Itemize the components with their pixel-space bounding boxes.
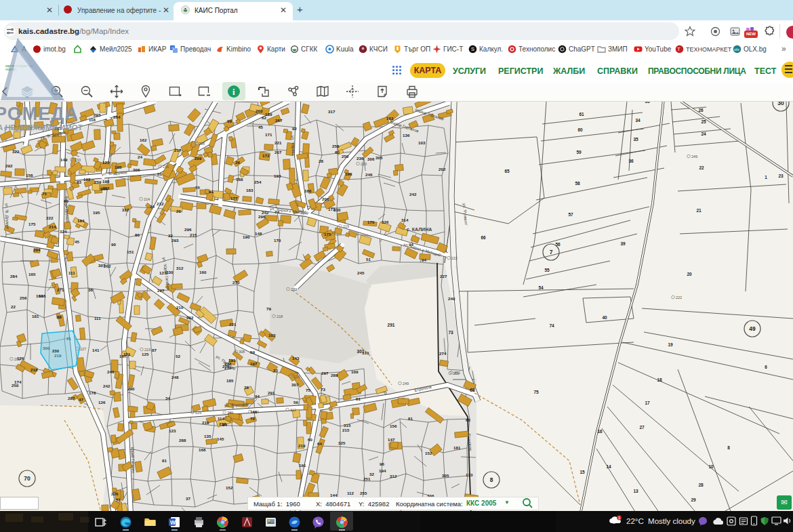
svg-text:214: 214	[144, 197, 150, 201]
svg-text:178: 178	[89, 390, 96, 395]
svg-text:РОМЕДА: РОМЕДА	[0, 104, 79, 124]
svg-text:209: 209	[195, 156, 202, 161]
svg-text:251: 251	[363, 476, 371, 481]
svg-text:i: i	[232, 87, 235, 97]
svg-text:246: 246	[365, 172, 373, 177]
svg-text:297: 297	[321, 371, 329, 375]
svg-text:152: 152	[226, 485, 233, 490]
svg-text:34: 34	[165, 396, 170, 401]
svg-text:94: 94	[422, 258, 426, 262]
svg-text:183: 183	[246, 188, 253, 192]
svg-text:28: 28	[698, 483, 704, 487]
svg-text:79: 79	[266, 306, 271, 311]
svg-text:195: 195	[93, 210, 100, 215]
svg-text:210: 210	[202, 420, 209, 425]
svg-text:249: 249	[403, 382, 409, 386]
svg-text:242: 242	[409, 192, 417, 197]
svg-text:103: 103	[268, 333, 276, 337]
svg-text:292: 292	[5, 163, 13, 168]
svg-text:160: 160	[36, 293, 43, 298]
svg-text:291: 291	[388, 323, 395, 327]
svg-text:59: 59	[250, 350, 255, 354]
svg-text:287: 287	[68, 396, 75, 401]
svg-text:51: 51	[116, 497, 121, 502]
svg-text:143: 143	[292, 356, 300, 361]
svg-text:222: 222	[676, 295, 682, 300]
svg-text:230: 230	[52, 349, 60, 353]
svg-text:G: G	[171, 46, 174, 50]
svg-text:302: 302	[186, 315, 194, 320]
svg-text:196: 196	[345, 171, 352, 176]
svg-text:59: 59	[576, 150, 582, 155]
svg-text:149: 149	[60, 157, 68, 162]
svg-text:73: 73	[448, 330, 453, 335]
svg-text:248: 248	[171, 375, 179, 380]
svg-text:33: 33	[77, 180, 81, 184]
svg-text:34: 34	[635, 118, 640, 123]
svg-text:191: 191	[299, 463, 306, 468]
svg-text:49: 49	[749, 325, 756, 332]
svg-text:57: 57	[568, 212, 573, 217]
svg-text:260: 260	[256, 108, 263, 113]
svg-text:296: 296	[258, 214, 266, 219]
svg-text:21: 21	[696, 208, 702, 213]
svg-text:73: 73	[321, 387, 325, 392]
svg-text:40: 40	[602, 315, 607, 320]
svg-text:ул. 'Карава': ул. 'Карава'	[291, 136, 296, 157]
svg-text:202: 202	[439, 167, 446, 171]
svg-text:37: 37	[186, 496, 190, 501]
svg-text:220: 220	[361, 162, 367, 166]
svg-text:51: 51	[366, 257, 371, 262]
svg-text:312: 312	[176, 266, 184, 270]
svg-text:133: 133	[466, 472, 473, 477]
svg-text:219: 219	[343, 224, 349, 228]
svg-text:165: 165	[28, 272, 36, 277]
svg-text:55: 55	[544, 268, 550, 272]
svg-text:147: 147	[388, 437, 395, 442]
svg-text:267: 267	[275, 118, 283, 123]
svg-text:314: 314	[401, 218, 409, 222]
svg-text:197: 197	[250, 361, 258, 366]
svg-text:64: 64	[317, 441, 322, 446]
svg-text:8: 8	[727, 445, 730, 450]
svg-text:194: 194	[379, 468, 386, 473]
svg-text:54: 54	[538, 285, 544, 290]
svg-text:230: 230	[227, 411, 233, 415]
svg-text:181: 181	[453, 445, 461, 450]
svg-text:38: 38	[88, 287, 93, 292]
svg-text:58: 58	[575, 181, 580, 186]
svg-text:20: 20	[687, 272, 692, 277]
svg-text:18: 18	[657, 377, 662, 382]
svg-text:271: 271	[57, 287, 64, 292]
svg-text:227: 227	[440, 274, 447, 279]
svg-text:310: 310	[290, 408, 296, 412]
svg-text:163: 163	[386, 116, 394, 121]
svg-text:39: 39	[620, 241, 626, 246]
svg-text:166: 166	[304, 188, 312, 193]
svg-text:306: 306	[133, 167, 140, 172]
svg-text:242: 242	[103, 384, 110, 388]
svg-text:289: 289	[331, 373, 338, 377]
svg-text:olx: olx	[734, 47, 739, 52]
svg-text:290: 290	[127, 386, 135, 391]
svg-text:208: 208	[199, 142, 205, 146]
svg-text:207: 207	[274, 150, 282, 155]
svg-text:92: 92	[292, 126, 297, 131]
svg-text:312: 312	[122, 207, 129, 212]
svg-text:215: 215	[342, 428, 350, 432]
svg-text:112: 112	[347, 491, 354, 495]
svg-text:193: 193	[274, 173, 281, 178]
svg-text:16: 16	[597, 429, 603, 434]
svg-text:S: S	[471, 46, 474, 52]
svg-text:29: 29	[691, 497, 696, 502]
svg-text:160: 160	[199, 270, 207, 274]
svg-text:91: 91	[209, 189, 214, 194]
svg-text:61: 61	[579, 112, 584, 117]
svg-text:245: 245	[357, 270, 365, 275]
svg-text:305: 305	[442, 473, 449, 478]
svg-text:240: 240	[448, 296, 455, 301]
svg-text:126: 126	[98, 400, 106, 405]
svg-text:32: 32	[369, 472, 374, 476]
svg-text:215: 215	[190, 232, 197, 237]
svg-text:23: 23	[778, 173, 784, 178]
